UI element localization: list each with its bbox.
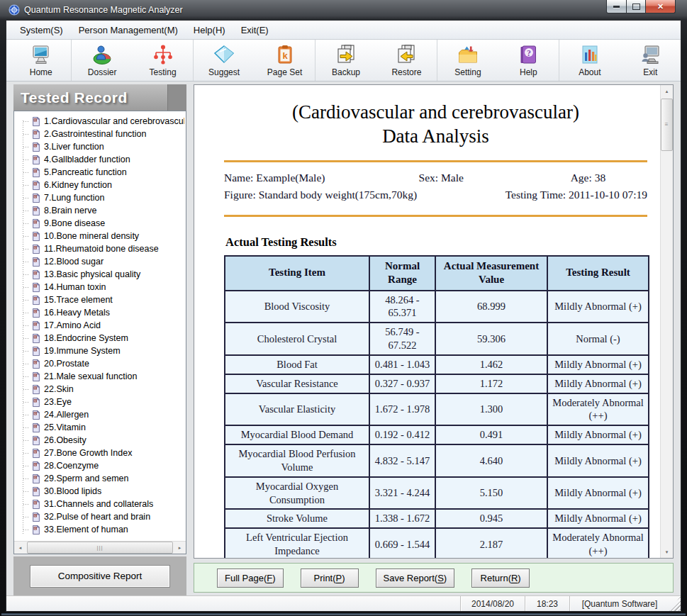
tree-item[interactable]: 12.Blood sugar: [18, 255, 184, 268]
toolbar-button[interactable]: Suggest: [194, 40, 254, 81]
scroll-grip-icon: ≡: [665, 122, 669, 128]
menu-item[interactable]: System(S): [12, 23, 71, 38]
scroll-right-icon[interactable]: ▸: [174, 542, 186, 554]
tree-item[interactable]: 22.Skin: [18, 383, 184, 396]
title-bar[interactable]: Quantum Resonance Magnetic Analyzer ✕: [6, 0, 681, 20]
close-icon: ✕: [657, 3, 664, 11]
main-column: (Cardiovascular and cerebrovascular) Dat…: [194, 84, 674, 595]
tree-item[interactable]: 21.Male sexual function: [18, 370, 184, 383]
tree-item[interactable]: 5.Pancreatic function: [18, 166, 184, 179]
results-table: Testing ItemNormal RangeActual Measureme…: [224, 255, 649, 559]
tree-guide-line: [23, 287, 30, 288]
tree-item[interactable]: 31.Channels and collaterals: [18, 498, 184, 510]
tree-item[interactable]: 11.Rheumatoid bone disease: [18, 242, 184, 255]
toolbar-button[interactable]: About: [559, 40, 620, 81]
toolbar-button[interactable]: Page Set: [255, 40, 315, 81]
toolbar-button-label: Suggest: [208, 67, 240, 77]
tree-item[interactable]: 19.Immune System: [18, 345, 184, 357]
resize-grip[interactable]: [669, 596, 681, 611]
maximize-button[interactable]: [627, 0, 646, 13]
toolbar-button-label: Page Set: [267, 67, 302, 77]
cell-testing-item: Stroke Volume: [225, 509, 369, 528]
compositive-report-button[interactable]: Compositive Report: [30, 565, 170, 588]
action-button[interactable]: Return(R): [471, 569, 530, 588]
tree-item[interactable]: 3.Liver function: [18, 140, 184, 153]
cell-measurement-value: 59.306: [435, 323, 547, 355]
tree-item[interactable]: 32.Pulse of heart and brain: [18, 510, 184, 523]
action-button[interactable]: Print(P): [301, 569, 359, 588]
tree-item[interactable]: 17.Amino Acid: [18, 319, 184, 332]
cell-measurement-value: 2.187: [435, 528, 547, 558]
close-button[interactable]: ✕: [646, 0, 676, 13]
toolbar-button[interactable]: Dossier: [72, 40, 132, 81]
tree-item[interactable]: 1.Cardiovascular and cerebrovascular: [18, 115, 184, 128]
tree-item[interactable]: 10.Bone mineral density: [18, 230, 184, 242]
toolbar-button-label: Restore: [391, 67, 421, 77]
document-icon: [31, 129, 41, 140]
toolbar-button[interactable]: Exit: [620, 40, 681, 81]
tree-item[interactable]: 7.Lung function: [18, 191, 184, 204]
horizontal-scroll-thumb[interactable]: |||: [27, 542, 173, 554]
tree-item[interactable]: 27.Bone Growth Index: [18, 447, 184, 459]
scroll-down-icon[interactable]: ▾: [661, 546, 673, 558]
toolbar-button[interactable]: Backup: [315, 40, 376, 81]
tree-list: 1.Cardiovascular and cerebrovascular 2.G…: [14, 111, 186, 541]
toolbar-button[interactable]: Setting: [437, 40, 498, 81]
report-title: (Cardiovascular and cerebrovascular) Dat…: [224, 101, 647, 149]
tree-item[interactable]: 33.Element of human: [18, 523, 184, 536]
action-button[interactable]: Full Page(F): [217, 569, 284, 588]
tree-item[interactable]: 9.Bone disease: [18, 217, 184, 230]
tree-guide-line: [23, 172, 30, 173]
action-button[interactable]: Save Report(S): [376, 569, 455, 588]
scroll-up-icon[interactable]: ▴: [661, 85, 673, 97]
tree-item[interactable]: 20.Prostate: [18, 357, 184, 370]
tree-item[interactable]: 23.Eye: [18, 396, 184, 408]
tree-item[interactable]: 2.Gastrointestinal function: [18, 128, 184, 140]
tree-item[interactable]: 15.Trace element: [18, 293, 184, 306]
document-icon: [31, 397, 41, 408]
tree-item-label: 26.Obesity: [44, 435, 86, 445]
tree-item[interactable]: 29.Sperm and semen: [18, 472, 184, 485]
tree-item[interactable]: 16.Heavy Metals: [18, 306, 184, 319]
home-icon: [30, 43, 52, 66]
menu-item[interactable]: Help(H): [186, 23, 233, 38]
tree-item[interactable]: 4.Gallbladder function: [18, 153, 184, 166]
client-area: System(S)Person Management(M)Help(H)Exit…: [6, 20, 681, 612]
tree-item-label: 23.Eye: [44, 397, 72, 407]
menu-item[interactable]: Person Management(M): [71, 23, 186, 38]
tree-item[interactable]: 8.Brain nerve: [18, 204, 184, 217]
tree-item[interactable]: 13.Basic physical quality: [18, 268, 184, 281]
tree-item[interactable]: 14.Human toxin: [18, 281, 184, 293]
menu-bar: System(S)Person Management(M)Help(H)Exit…: [6, 21, 681, 40]
tree-item[interactable]: 6.Kidney function: [18, 179, 184, 191]
vertical-scroll-thumb[interactable]: ≡: [661, 99, 673, 151]
status-bar: 2014/08/20 18:23 [Quantum Software]: [6, 595, 681, 611]
cell-normal-range: 0.669 - 1.544: [369, 528, 435, 558]
document-icon: [31, 422, 41, 433]
tree-item[interactable]: 26.Obesity: [18, 434, 184, 447]
app-logo-icon: [9, 4, 20, 16]
tree-item[interactable]: 25.Vitamin: [18, 421, 184, 434]
tree-guide-line: [23, 376, 30, 377]
tree-item[interactable]: 28.Coenzyme: [18, 459, 184, 472]
report-vertical-scrollbar[interactable]: ▴ ≡ ▾: [660, 85, 673, 558]
tree-item[interactable]: 24.Allergen: [18, 408, 184, 421]
toolbar-button[interactable]: Home: [11, 40, 72, 81]
tree-item-label: 16.Heavy Metals: [44, 308, 110, 318]
document-icon: [31, 218, 41, 229]
cell-testing-item: Cholesterol Crystal: [225, 323, 369, 355]
cell-normal-range: 48.264 - 65.371: [369, 291, 435, 323]
tree-horizontal-scrollbar[interactable]: ◂ ||| ▸: [14, 541, 186, 554]
toolbar-button[interactable]: Restore: [376, 40, 437, 81]
tree-item[interactable]: 18.Endocrine System: [18, 332, 184, 345]
menu-item[interactable]: Exit(E): [233, 23, 277, 38]
tree-guide-line: [23, 517, 30, 517]
patient-figure: Figure: Standard body weight(175cm,70kg): [224, 189, 417, 201]
minimize-button[interactable]: [606, 0, 627, 13]
window-controls: ✕: [606, 0, 676, 13]
dossier-icon: [91, 43, 113, 66]
toolbar-button[interactable]: Testing: [133, 40, 194, 81]
toolbar-button[interactable]: Help: [498, 40, 559, 81]
tree-item[interactable]: 30.Blood lipids: [18, 485, 184, 498]
scroll-left-icon[interactable]: ◂: [14, 542, 26, 554]
